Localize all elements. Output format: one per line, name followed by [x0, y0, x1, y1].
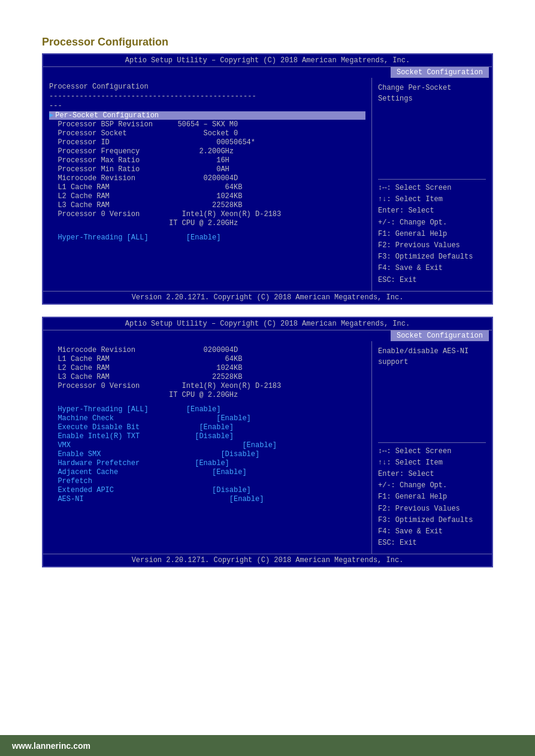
per-socket-label: Per-Socket Configuration: [55, 111, 175, 120]
key-select-screen-1: ↕↔: Select Screen: [378, 183, 486, 194]
extended-apic-label: Extended APIC: [49, 486, 169, 494]
hyper-threading-value-2: [Enable]: [169, 405, 220, 414]
bios-header-2: Aptio Setup Utility – Copyright (C) 2018…: [43, 318, 492, 330]
extended-apic-value: [Disable]: [169, 486, 251, 494]
proc-id-label: Processor ID: [49, 138, 169, 147]
key-select-item-2: ↑↓: Select Item: [378, 457, 486, 469]
key-f3-2: F3: Optimized Defaults: [378, 515, 486, 526]
proc-freq-row: Processor Frequency 2.200GHz: [49, 147, 365, 156]
proc-version-cont-label: [49, 219, 169, 227]
l3-cache-row-2: L3 Cache RAM 22528KB: [49, 373, 365, 381]
l1-cache-label: L1 Cache RAM: [49, 183, 169, 192]
l2-cache-row-2: L2 Cache RAM 1024KB: [49, 364, 365, 372]
microcode-value-2: 0200004D: [169, 346, 238, 354]
l2-cache-value-2: 1024KB: [169, 364, 242, 372]
hyper-threading-label-1: Hyper-Threading [ALL]: [49, 233, 169, 242]
l3-cache-label: L3 Cache RAM: [49, 201, 169, 210]
microcode-label-2: Microcode Revision: [49, 346, 169, 354]
prefetch-row[interactable]: Prefetch: [49, 477, 365, 485]
tab-bar-1: Socket Configuration: [43, 67, 492, 78]
l1-cache-value: 64KB: [169, 183, 242, 192]
max-ratio-row: Processor Max Ratio 16H: [49, 156, 365, 165]
key-f3-1: F3: Optimized Defaults: [378, 251, 486, 263]
machine-check-value: [Enable]: [169, 414, 251, 423]
vmx-row[interactable]: VMX [Enable]: [49, 441, 365, 450]
machine-check-label: Machine Check: [49, 414, 169, 423]
bios-left-panel-2: Microcode Revision 0200004D L1 Cache RAM…: [43, 341, 372, 554]
hyper-threading-row-1[interactable]: Hyper-Threading [ALL] [Enable]: [49, 233, 365, 242]
aes-ni-row[interactable]: AES-NI [Enable]: [49, 495, 365, 503]
key-f1-2: F1: General Help: [378, 491, 486, 503]
help-divider-1: [378, 179, 486, 180]
config-title: Processor Configuration: [49, 83, 365, 91]
proc-version-label-2: Processor 0 Version: [49, 382, 169, 390]
l1-cache-row: L1 Cache RAM 64KB: [49, 183, 365, 192]
bios-footer-2: Version 2.20.1271. Copyright (C) 2018 Am…: [43, 554, 492, 566]
bios-body-1: Processor Configuration ----------------…: [43, 78, 492, 291]
key-f2-2: F2: Previous Values: [378, 503, 486, 515]
proc-version-value: Intel(R) Xeon(R) D-2183: [169, 210, 281, 218]
proc-freq-value: 2.200GHz: [169, 147, 234, 156]
proc-freq-label: Processor Frequency: [49, 147, 169, 156]
l2-cache-value: 1024KB: [169, 192, 242, 201]
footer-bar: www.lannerinc.com: [0, 735, 535, 756]
tab-bar-2: Socket Configuration: [43, 330, 492, 341]
dash-1: ---: [49, 102, 365, 110]
bios-right-panel-2: Enable/disable AES-NIsupport ↕↔: Select …: [372, 341, 492, 554]
hw-prefetcher-label: Hardware Prefetcher: [49, 459, 169, 467]
execute-disable-value: [Enable]: [169, 423, 234, 432]
bios-right-panel-1: Change Per-SocketSettings ↕↔: Select Scr…: [372, 78, 492, 291]
hyper-threading-label-2: Hyper-Threading [ALL]: [49, 405, 169, 414]
enable-smx-row[interactable]: Enable SMX [Disable]: [49, 450, 365, 459]
l1-cache-label-2: L1 Cache RAM: [49, 355, 169, 363]
bios-screen-1: Aptio Setup Utility – Copyright (C) 2018…: [42, 53, 493, 305]
proc-version-cont-row-2: IT CPU @ 2.20GHz: [49, 391, 365, 399]
hyper-threading-row-2[interactable]: Hyper-Threading [ALL] [Enable]: [49, 405, 365, 414]
bsp-revision-label: Processor BSP Revision: [49, 120, 169, 129]
min-ratio-label: Processor Min Ratio: [49, 165, 169, 174]
vmx-label: VMX: [49, 441, 169, 450]
hw-prefetcher-value: [Enable]: [169, 459, 229, 467]
proc-version-value-2: Intel(R) Xeon(R) D-2183: [169, 382, 281, 390]
socket-value: Socket 0: [169, 129, 238, 138]
pointer-icon: ►: [49, 111, 53, 120]
microcode-label: Microcode Revision: [49, 174, 169, 183]
hyper-threading-value-1: [Enable]: [169, 233, 220, 242]
enable-smx-value: [Disable]: [169, 450, 259, 459]
proc-id-value: 00050654*: [169, 138, 255, 147]
bios-body-2: Microcode Revision 0200004D L1 Cache RAM…: [43, 341, 492, 554]
per-socket-row[interactable]: ► Per-Socket Configuration: [49, 111, 365, 120]
bios-header-1: Aptio Setup Utility – Copyright (C) 2018…: [43, 54, 492, 67]
key-esc-2: ESC: Exit: [378, 538, 486, 549]
machine-check-row[interactable]: Machine Check [Enable]: [49, 414, 365, 423]
proc-version-cont-label-2: [49, 391, 169, 399]
microcode-row: Microcode Revision 0200004D: [49, 174, 365, 183]
socket-config-tab-1[interactable]: Socket Configuration: [391, 67, 489, 78]
key-esc-1: ESC: Exit: [378, 275, 486, 286]
spacer-row-2: [49, 400, 365, 405]
spacer-row-1: [49, 228, 365, 233]
adjacent-cache-label: Adjacent Cache: [49, 468, 169, 476]
help-text-1: Change Per-SocketSettings: [378, 83, 486, 104]
enable-txt-row[interactable]: Enable Intel(R) TXT [Disable]: [49, 432, 365, 441]
extended-apic-row[interactable]: Extended APIC [Disable]: [49, 486, 365, 494]
vmx-value: [Enable]: [169, 441, 277, 450]
l1-cache-value-2: 64KB: [169, 355, 242, 363]
footer-url: www.lannerinc.com: [12, 741, 90, 751]
bios-left-panel-1: Processor Configuration ----------------…: [43, 78, 372, 291]
hw-prefetcher-row[interactable]: Hardware Prefetcher [Enable]: [49, 459, 365, 467]
max-ratio-value: 16H: [169, 156, 229, 165]
key-f4-2: F4: Save & Exit: [378, 526, 486, 538]
socket-config-tab-2[interactable]: Socket Configuration: [391, 330, 489, 341]
proc-version-row-2: Processor 0 Version Intel(R) Xeon(R) D-2…: [49, 382, 365, 390]
l3-cache-row: L3 Cache RAM 22528KB: [49, 201, 365, 210]
proc-version-label: Processor 0 Version: [49, 210, 169, 218]
help-divider-2: [378, 442, 486, 443]
aes-ni-value: [Enable]: [169, 495, 264, 503]
l2-cache-row: L2 Cache RAM 1024KB: [49, 192, 365, 201]
key-change-2: +/-: Change Opt.: [378, 480, 486, 491]
l3-cache-value: 22528KB: [169, 201, 242, 210]
execute-disable-row[interactable]: Execute Disable Bit [Enable]: [49, 423, 365, 432]
adjacent-cache-row[interactable]: Adjacent Cache [Enable]: [49, 468, 365, 476]
key-select-screen-2: ↕↔: Select Screen: [378, 446, 486, 457]
